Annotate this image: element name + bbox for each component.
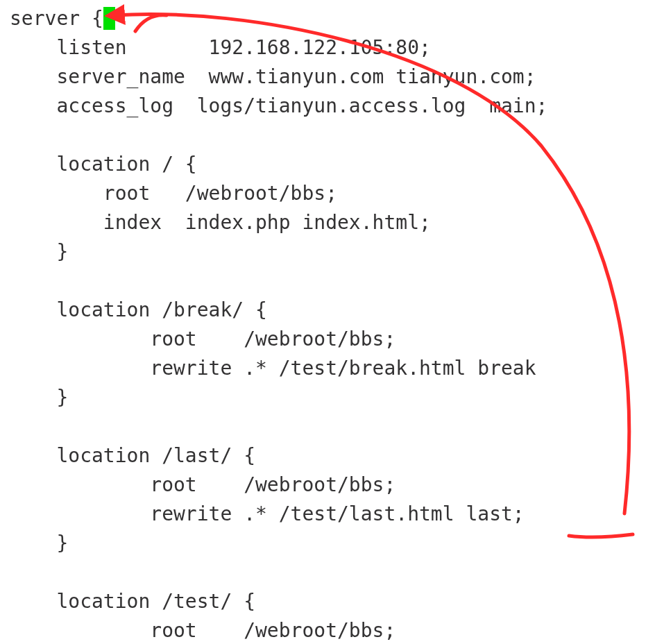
code-line: listen 192.168.122.105:80; <box>10 36 431 59</box>
code-line: server_name www.tianyun.com tianyun.com; <box>10 65 536 88</box>
code-line: rewrite .* /test/last.html last; <box>10 502 525 525</box>
code-line: location /test/ { <box>10 590 255 613</box>
code-line: } <box>10 532 68 554</box>
code-line: rewrite .* /test/break.html break <box>10 357 536 380</box>
code-line: } <box>10 240 68 263</box>
code-line: index index.php index.html; <box>10 211 431 234</box>
code-block: server { listen 192.168.122.105:80; serv… <box>0 0 655 644</box>
nginx-config-code: server { listen 192.168.122.105:80; serv… <box>0 0 655 644</box>
cursor <box>103 7 115 30</box>
code-line: location /last/ { <box>10 444 255 467</box>
code-line: } <box>10 386 68 409</box>
code-line: location / { <box>10 153 197 176</box>
code-line: location /break/ { <box>10 298 267 321</box>
code-line: root /webroot/bbs; <box>10 619 395 642</box>
code-line: access_log logs/tianyun.access.log main; <box>10 94 547 117</box>
code-line: root /webroot/bbs; <box>10 473 395 496</box>
code-line: root /webroot/bbs; <box>10 328 395 350</box>
code-line: root /webroot/bbs; <box>10 182 337 205</box>
